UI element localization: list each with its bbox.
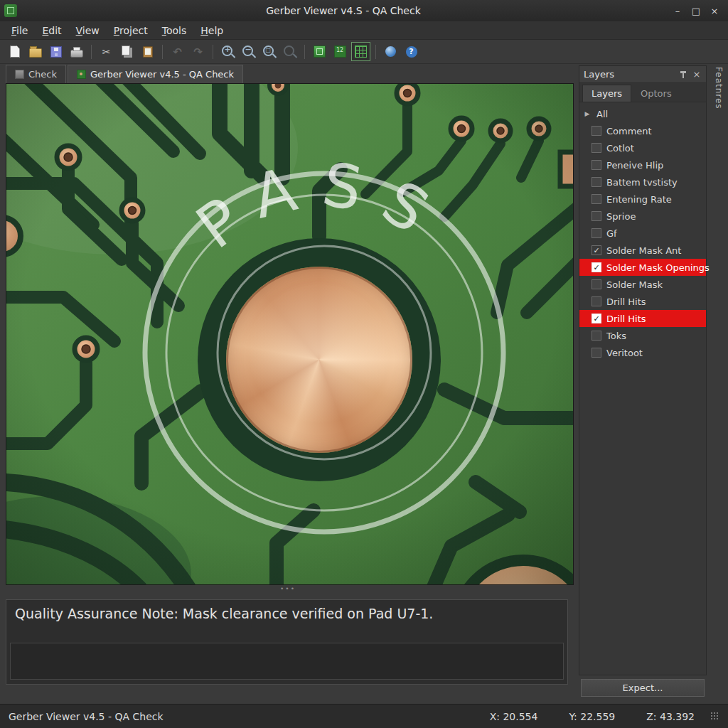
panel-tab-options[interactable]: Optors [631,85,681,102]
undo-button[interactable] [168,42,187,61]
layer-row-2[interactable]: ▶Cotlot [579,139,706,156]
pcb-canvas[interactable]: PASS [6,83,574,585]
maximize-button[interactable]: □ [688,4,704,18]
pin-icon[interactable] [679,70,687,79]
save-icon [50,46,62,58]
status-bar: Gerber Viewer v4.5 - QA Check X: 20.554 … [0,704,728,728]
expect-button[interactable]: Expect... [581,679,705,697]
layer-checkbox[interactable] [592,143,601,153]
layer-checkbox[interactable] [592,211,601,221]
layer-checkbox[interactable] [592,194,601,204]
layer-checkbox[interactable]: ✓ [592,245,601,255]
layer-row-1[interactable]: ▶Comment [579,122,706,139]
layer-label: Drill Hits [606,314,646,324]
resize-grip-icon[interactable] [710,712,719,721]
close-button[interactable]: × [707,4,722,18]
layer-row-4[interactable]: ▶Battem tvstisty [579,173,706,191]
menu-view[interactable]: View [69,23,107,38]
layer-row-13[interactable]: ▶Toks [579,327,706,344]
layer-checkbox[interactable] [592,228,601,238]
layer-checkbox[interactable] [592,177,601,187]
menu-help[interactable]: Help [193,23,230,38]
features-strip[interactable]: Featnres [710,67,724,166]
layer-row-3[interactable]: ▶Peneive Hlip [579,156,706,173]
dcode-button[interactable] [331,42,350,61]
layer-checkbox[interactable] [592,279,601,289]
help-button[interactable] [402,42,421,61]
central-copper-pad [226,267,412,453]
minimize-button[interactable]: – [670,4,685,18]
open-icon [29,48,42,58]
zoom-out-button[interactable] [239,42,258,61]
panel-tab-layers[interactable]: Layers [582,85,631,102]
layer-label: Drill Hits [606,296,646,307]
title-bar: Gerber Viewer v4.S - QA Check –□× [0,0,728,22]
copy-button[interactable] [117,42,136,61]
menu-file[interactable]: File [4,23,35,38]
layer-row-10[interactable]: ▶Solder Mask [579,276,706,293]
layer-label: Solder Mask Openings [606,262,710,273]
layer-row-11[interactable]: ▶Drill Hits [579,293,706,310]
layer-label: Cotlot [606,143,634,154]
open-button[interactable] [26,42,45,61]
layers-panel: Layers × Layers Optors ▶All▶Comment▶Cotl… [579,65,707,675]
zoomin-icon [222,46,232,56]
layer-row-14[interactable]: ▶Veritoot [579,344,706,361]
zoomfit-icon [263,46,274,56]
paste-button[interactable] [138,42,157,61]
layer-checkbox[interactable] [592,296,601,306]
new-button[interactable] [5,42,24,61]
layer-row-7[interactable]: ▶Gf [579,225,706,242]
layer-row-0[interactable]: ▶All [579,105,706,122]
3d-view-button[interactable] [381,42,400,61]
expander-icon[interactable]: ▶ [583,110,592,117]
layer-checkbox[interactable] [592,331,601,341]
app-icon [4,4,17,17]
layer-checkbox[interactable] [592,348,601,358]
splitter-handle[interactable]: ••• [267,584,309,594]
zoom-fit-button[interactable] [259,42,279,61]
tab-check[interactable]: Check [6,65,66,83]
layer-row-6[interactable]: ▶Sprioe [579,208,706,225]
paste-icon [143,46,153,58]
layer-label: Toks [606,331,626,341]
print-icon [70,50,83,58]
toolbar-separator [213,45,213,59]
coord-y: Y: 22.559 [569,711,615,722]
layer-manager-button[interactable] [310,42,329,61]
toolbar [0,40,728,64]
print-button[interactable] [67,42,86,61]
layer-row-9[interactable]: ▶✓Solder Mask Openings [579,259,706,276]
menu-edit[interactable]: Edit [35,23,68,38]
qa-note-field[interactable] [10,643,564,680]
cut-button[interactable] [97,42,116,61]
tab-gerber-viewer[interactable]: Gerber Viewer v4.5 - QA Check [68,65,243,83]
layer-checkbox[interactable] [592,160,601,170]
layer-checkbox[interactable]: ✓ [592,314,601,323]
layer-row-5[interactable]: ▶Entening Rate [579,191,706,208]
layer-label: Gf [606,228,617,239]
zoomsel-icon [284,46,294,56]
check-tab-icon [15,70,24,79]
menu-tools[interactable]: Tools [155,23,194,38]
layer-checkbox[interactable] [592,126,601,136]
grid-toggle-button[interactable] [351,42,370,61]
toolbar-separator [375,45,376,59]
redo-button[interactable] [188,42,208,61]
zoom-in-button[interactable] [218,42,237,61]
layer-label: All [596,109,608,119]
layer-label: Solder Mask Ant [606,245,681,256]
tab-bar: Check Gerber Viewer v4.5 - QA Check [0,64,576,83]
new-icon [10,46,20,58]
panel-close-icon[interactable]: × [692,69,702,80]
window-controls: –□× [670,4,722,18]
menu-project[interactable]: Project [107,23,155,38]
layer-row-12[interactable]: ▶✓Drill Hits [579,310,706,327]
layer-checkbox[interactable]: ✓ [592,262,601,272]
layer-row-8[interactable]: ▶✓Solder Mask Ant [579,242,706,259]
zoom-selection-button[interactable] [280,42,299,61]
save-button[interactable] [46,42,65,61]
layers-panel-header: Layers × [579,66,706,83]
window-title: Gerber Viewer v4.S - QA Check [17,5,670,16]
app-window: Gerber Viewer v4.S - QA Check –□× FileEd… [0,0,728,728]
